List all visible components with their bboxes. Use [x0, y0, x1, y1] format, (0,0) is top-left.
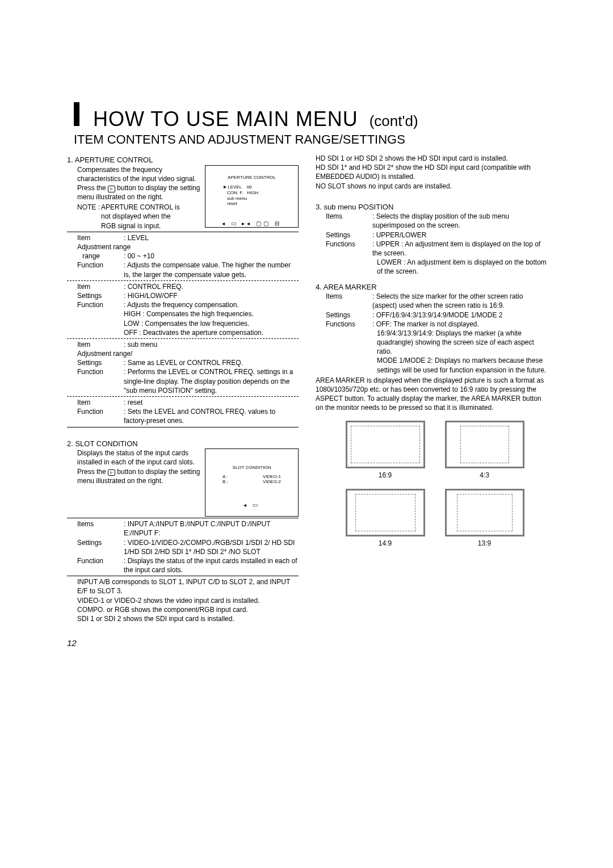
play-icon — [224, 184, 226, 190]
subtitle: ITEM CONTENTS AND ADJUSTMENT RANGE/SETTI… — [74, 132, 596, 147]
slot-osd-box: SLOT CONDITION A :VIDEO-1 B :VIDEO-2 ◂ ▭ — [205, 448, 299, 517]
title-bar-icon — [74, 102, 79, 126]
main-title: HOW TO USE MAIN MENU — [93, 107, 358, 131]
diagram-14-9 — [346, 489, 425, 536]
osd-symbols-icon: ◂ ▭ — [210, 502, 293, 509]
diagram-13-9 — [445, 489, 524, 536]
aperture-heading: 1. APERTURE CONTROL — [67, 155, 299, 165]
note-label: NOTE : — [77, 203, 101, 212]
right-column: HD SDI 1 or HD SDI 2 shows the HD SDI in… — [316, 154, 547, 623]
left-column: 1. APERTURE CONTROL APERTURE CONTROL LEV… — [67, 154, 299, 623]
page-number: 12 — [67, 638, 596, 648]
area-marker-heading: 4. AREA MARKER — [316, 282, 547, 292]
menu-icon: ▹ — [108, 469, 115, 476]
area-marker-note: AREA MARKER is displayed when the displa… — [316, 376, 547, 413]
diagram-4-3 — [445, 421, 524, 468]
area-marker-diagrams: 16:9 4:3 14:9 13:9 — [344, 421, 547, 548]
diagram-16-9 — [346, 421, 425, 468]
aperture-osd-box: APERTURE CONTROL LEVEL 00 CON. F. HIGH s… — [205, 165, 299, 228]
osd-symbols-icon: ◂ ▭ ▸◂ ▢▢ ⊟ — [210, 220, 293, 227]
osd-title: APERTURE CONTROL — [210, 175, 293, 181]
submenu-pos-heading: 3. sub menu POSITION — [316, 202, 547, 212]
page-title-row: HOW TO USE MAIN MENU (cont'd) — [74, 102, 596, 131]
menu-icon: ▹ — [108, 186, 115, 192]
slot-heading: 2. SLOT CONDITION — [67, 439, 299, 449]
note-text: APERTURE CONTROL is not displayed when t… — [101, 203, 180, 230]
title-contd: (cont'd) — [370, 112, 418, 130]
